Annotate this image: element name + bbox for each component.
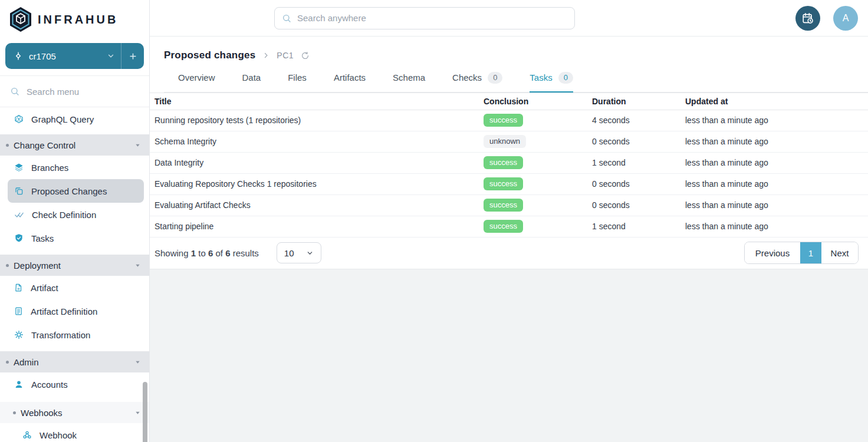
task-conclusion: unknown — [479, 135, 587, 148]
tab-label: Tasks — [530, 72, 552, 83]
sidebar-item-webhook[interactable]: Webhook — [0, 423, 149, 442]
tab-schema[interactable]: Schema — [393, 72, 425, 93]
results-summary: Showing 1 to 6 of 6 results — [154, 248, 259, 258]
sidebar-group-webhooks[interactable]: Webhooks — [0, 402, 149, 423]
page-number-button[interactable]: 1 — [800, 242, 821, 263]
table-row[interactable]: Schema Integrityunknown0 secondsless tha… — [150, 131, 868, 153]
sidebar-item-branches[interactable]: Branches — [0, 156, 149, 179]
results-summary-text: to — [196, 248, 208, 258]
task-updated-at: less than a minute ago — [680, 158, 868, 167]
logo[interactable]: INFRAHUB — [0, 0, 149, 39]
status-badge: success — [484, 220, 523, 233]
gear-icon — [14, 330, 24, 339]
table-row[interactable]: Evaluating Repository Checks 1 repositor… — [150, 174, 868, 195]
next-page-button[interactable]: Next — [821, 242, 858, 263]
chevron-expand-icon — [134, 142, 141, 149]
sidebar-item-artifact-definition[interactable]: Artifact Definition — [0, 299, 149, 323]
person-icon — [14, 380, 24, 389]
task-duration: 1 second — [587, 158, 680, 167]
task-duration: 4 seconds — [587, 116, 680, 125]
page-header: Proposed changes PC1 OverviewDataFilesAr… — [150, 37, 868, 93]
table-header-row: TitleConclusionDurationUpdated at — [150, 93, 868, 110]
sidebar-scrollbar[interactable] — [143, 382, 147, 442]
tab-overview[interactable]: Overview — [178, 72, 215, 93]
sidebar-item-proposed-changes[interactable]: Proposed Changes — [8, 179, 144, 203]
column-header-updated-at: Updated at — [680, 97, 868, 106]
task-conclusion: success — [479, 199, 587, 212]
page-size-value: 10 — [284, 248, 294, 258]
breadcrumb: Proposed changes PC1 — [164, 47, 868, 64]
schedule-button[interactable] — [795, 6, 820, 31]
breadcrumb-current: PC1 — [277, 51, 294, 60]
refresh-icon[interactable] — [301, 51, 310, 60]
sidebar-item-artifact[interactable]: Artifact — [0, 276, 149, 299]
sidebar-item-tasks[interactable]: Tasks — [0, 226, 149, 250]
page-title: Proposed changes — [164, 50, 255, 61]
task-title: Evaluating Artifact Checks — [150, 200, 479, 210]
main-area: A Proposed changes PC1 OverviewDataFiles… — [150, 0, 868, 442]
chevron-down-icon — [306, 249, 314, 257]
previous-page-button[interactable]: Previous — [745, 242, 800, 263]
app-window: INFRAHUB cr1705 GraphQL — [0, 0, 868, 442]
tab-count-badge: 0 — [488, 72, 502, 84]
branch-selector-label: cr1705 — [29, 51, 107, 61]
graphql-icon — [14, 114, 24, 124]
sidebar-group-change-control[interactable]: Change Control — [0, 134, 149, 156]
sidebar-group-admin[interactable]: Admin — [0, 351, 149, 372]
search-icon — [10, 87, 19, 96]
add-branch-button[interactable] — [121, 43, 144, 69]
sidebar-item-transformation[interactable]: Transformation — [0, 323, 149, 347]
task-duration: 0 seconds — [587, 200, 680, 210]
tab-tasks[interactable]: Tasks0 — [530, 72, 573, 93]
table-row[interactable]: Data Integritysuccess1 secondless than a… — [150, 153, 868, 174]
table-row[interactable]: Running repository tests (1 repositories… — [150, 110, 868, 131]
task-title: Evaluating Repository Checks 1 repositor… — [150, 179, 479, 189]
table-row[interactable]: Starting pipelinesuccess1 secondless tha… — [150, 216, 868, 238]
table-row[interactable]: Evaluating Artifact Checkssuccess0 secon… — [150, 195, 868, 216]
branch-icon — [14, 51, 23, 61]
results-summary-number: 1 — [191, 248, 196, 258]
double-check-icon — [14, 210, 24, 219]
branch-selector[interactable]: cr1705 — [5, 43, 144, 69]
tab-label: Data — [242, 72, 261, 83]
topbar: A — [150, 0, 868, 37]
tab-checks[interactable]: Checks0 — [452, 72, 502, 93]
tab-files[interactable]: Files — [288, 72, 307, 93]
group-bullet-icon — [6, 264, 9, 267]
search-icon — [282, 14, 291, 23]
results-summary-number: 6 — [208, 248, 213, 258]
group-bullet-icon — [6, 361, 9, 364]
sidebar-item-label: Tasks — [31, 233, 54, 243]
column-header-conclusion: Conclusion — [479, 97, 587, 106]
results-summary-text: of — [213, 248, 225, 258]
sidebar-search-input[interactable] — [27, 87, 127, 97]
sidebar-item-label: Check Definition — [32, 210, 96, 220]
pagination-bar: Showing 1 to 6 of 6 results 10 Previous … — [150, 238, 868, 269]
tab-data[interactable]: Data — [242, 72, 261, 93]
tab-label: Artifacts — [334, 72, 366, 83]
sidebar-item-label: GraphQL Query — [31, 114, 94, 124]
global-search-input[interactable] — [297, 13, 567, 23]
task-conclusion: success — [479, 114, 587, 127]
sidebar-group-deployment[interactable]: Deployment — [0, 255, 149, 276]
task-updated-at: less than a minute ago — [680, 116, 868, 125]
sidebar-item-accounts[interactable]: Accounts — [0, 372, 149, 396]
sidebar-nav: GraphQL QueryChange ControlBranchesPropo… — [0, 107, 149, 442]
chevron-expand-icon — [134, 262, 141, 269]
column-header-title: Title — [150, 97, 479, 106]
webhook-icon — [22, 430, 32, 440]
avatar[interactable]: A — [833, 6, 858, 31]
global-search[interactable] — [274, 7, 575, 29]
sidebar-item-check-definition[interactable]: Check Definition — [0, 203, 149, 226]
sidebar-item-label: Proposed Changes — [31, 186, 107, 196]
sidebar-item-graphql-query[interactable]: GraphQL Query — [0, 107, 149, 131]
page-size-select[interactable]: 10 — [277, 242, 321, 263]
chevron-down-icon[interactable] — [107, 52, 115, 60]
task-title: Schema Integrity — [150, 137, 479, 146]
task-updated-at: less than a minute ago — [680, 179, 868, 189]
sidebar-search[interactable] — [0, 76, 149, 107]
task-updated-at: less than a minute ago — [680, 137, 868, 146]
task-updated-at: less than a minute ago — [680, 222, 868, 231]
tab-artifacts[interactable]: Artifacts — [334, 72, 366, 93]
sidebar-item-label: Transformation — [31, 330, 90, 340]
